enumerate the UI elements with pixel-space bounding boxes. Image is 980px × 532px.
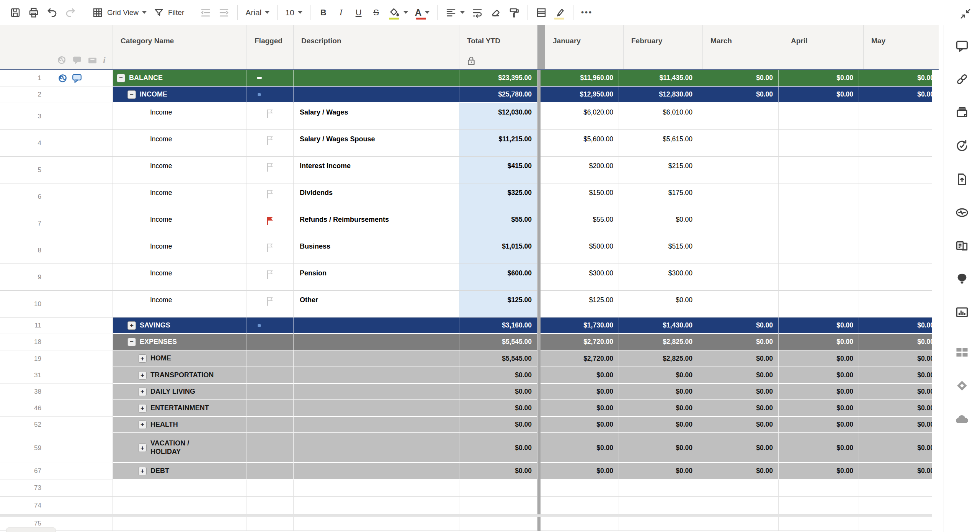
month-cell-april[interactable]: $0.00: [779, 318, 859, 334]
month-cell-april[interactable]: [779, 183, 859, 210]
month-cell-january[interactable]: [541, 480, 619, 497]
flagged-cell[interactable]: [247, 70, 294, 87]
column-header-total-ytd[interactable]: Total YTD: [459, 25, 537, 69]
month-cell-april[interactable]: [779, 517, 859, 531]
redo-button[interactable]: [61, 3, 80, 22]
month-cell-april[interactable]: [779, 210, 859, 237]
expand-toggle[interactable]: +: [138, 354, 147, 363]
month-cell-april[interactable]: [779, 237, 859, 264]
month-cell-april[interactable]: $0.00: [779, 463, 859, 480]
description-cell[interactable]: [294, 384, 459, 400]
month-cell-january[interactable]: $2,720.00: [541, 334, 619, 350]
underline-button[interactable]: U: [350, 3, 368, 22]
row-number-cell[interactable]: 2: [0, 87, 113, 103]
description-cell[interactable]: [294, 87, 459, 103]
flagged-cell[interactable]: [247, 384, 294, 400]
flagged-cell[interactable]: [247, 433, 294, 463]
row-number-cell[interactable]: 18: [0, 334, 113, 350]
category-cell[interactable]: [113, 497, 247, 514]
row-number-cell[interactable]: 1: [0, 70, 113, 87]
month-cell-march[interactable]: [698, 264, 779, 291]
month-cell-january[interactable]: $0.00: [541, 433, 619, 463]
flagged-cell[interactable]: [247, 334, 294, 350]
total-ytd-cell[interactable]: $600.00: [459, 264, 537, 291]
month-cell-march[interactable]: $0.00: [698, 318, 779, 334]
undo-button[interactable]: [43, 3, 61, 22]
flagged-cell[interactable]: [247, 417, 294, 433]
row-number-cell[interactable]: 8: [0, 237, 113, 264]
description-cell[interactable]: [294, 350, 459, 367]
category-cell[interactable]: +DAILY LIVING: [113, 384, 247, 400]
month-cell-april[interactable]: $0.00: [779, 87, 859, 103]
month-cell-march[interactable]: $0.00: [698, 384, 779, 400]
month-cell-january[interactable]: $5,600.00: [541, 130, 619, 157]
total-ytd-cell[interactable]: $325.00: [459, 183, 537, 210]
connections-button[interactable]: [954, 272, 970, 287]
category-cell[interactable]: Income: [113, 237, 247, 264]
month-cell-february[interactable]: $515.00: [619, 237, 698, 264]
row-number-cell[interactable]: 38: [0, 384, 113, 400]
expand-toggle[interactable]: +: [138, 388, 147, 396]
category-cell[interactable]: +HEALTH: [113, 417, 247, 433]
total-ytd-cell[interactable]: $0.00: [459, 384, 537, 400]
format-painter-button[interactable]: [505, 3, 523, 22]
flagged-cell[interactable]: [247, 480, 294, 497]
month-cell-february[interactable]: $6,010.00: [619, 103, 698, 130]
flagged-cell[interactable]: [247, 291, 294, 318]
total-ytd-cell[interactable]: $23,395.00: [459, 70, 537, 87]
flagged-cell[interactable]: [247, 237, 294, 264]
cell-format-button[interactable]: [532, 3, 550, 22]
month-cell-march[interactable]: [698, 291, 779, 318]
total-ytd-cell[interactable]: $0.00: [459, 417, 537, 433]
row-number-cell[interactable]: 19: [0, 350, 113, 367]
row-number-cell[interactable]: 46: [0, 400, 113, 417]
month-cell-february[interactable]: $300.00: [619, 264, 698, 291]
flagged-cell[interactable]: [247, 264, 294, 291]
month-cell-january[interactable]: [541, 517, 619, 531]
row-number-cell[interactable]: 5: [0, 157, 113, 183]
collapse-toolbar-button[interactable]: [956, 5, 975, 23]
month-cell-february[interactable]: $1,430.00: [619, 318, 698, 334]
flagged-cell[interactable]: [247, 103, 294, 130]
total-ytd-cell[interactable]: $0.00: [459, 400, 537, 417]
month-cell-march[interactable]: $0.00: [698, 367, 779, 384]
category-cell[interactable]: +VACATION / HOLIDAY: [113, 433, 247, 463]
row-number-cell[interactable]: 4: [0, 130, 113, 157]
description-cell[interactable]: [294, 367, 459, 384]
total-ytd-cell[interactable]: $1,015.00: [459, 237, 537, 264]
month-cell-may[interactable]: [859, 497, 932, 514]
collapse-toggle[interactable]: −: [127, 90, 136, 99]
month-cell-march[interactable]: [698, 130, 779, 157]
description-cell[interactable]: [294, 400, 459, 417]
comment-icon[interactable]: [72, 74, 82, 83]
category-cell[interactable]: +SAVINGS: [113, 318, 247, 334]
expand-toggle[interactable]: +: [138, 404, 147, 413]
description-cell[interactable]: [294, 480, 459, 497]
month-cell-february[interactable]: $5,615.00: [619, 130, 698, 157]
flag-icon[interactable]: [265, 296, 274, 307]
month-cell-may[interactable]: [859, 130, 932, 157]
total-ytd-cell[interactable]: $25,780.00: [459, 87, 537, 103]
total-ytd-cell[interactable]: $5,545.00: [459, 334, 537, 350]
row-number-cell[interactable]: 11: [0, 318, 113, 334]
cloud-services-button[interactable]: [954, 411, 970, 427]
month-cell-february[interactable]: $0.00: [619, 291, 698, 318]
month-cell-may[interactable]: [859, 264, 932, 291]
category-cell[interactable]: −BALANCE: [113, 70, 247, 87]
flagged-cell[interactable]: [247, 350, 294, 367]
total-ytd-cell[interactable]: [459, 480, 537, 497]
month-cell-may[interactable]: $0.00: [859, 318, 932, 334]
row-number-cell[interactable]: 67: [0, 463, 113, 480]
description-cell[interactable]: Salary / Wages: [294, 103, 459, 130]
column-header-description[interactable]: Description: [294, 25, 459, 69]
integrations-button[interactable]: [954, 378, 970, 393]
flag-red-icon[interactable]: [265, 216, 274, 226]
row-number-cell[interactable]: 31: [0, 367, 113, 384]
month-cell-february[interactable]: $12,830.00: [619, 87, 698, 103]
apps-button[interactable]: [954, 345, 970, 360]
month-cell-may[interactable]: $0.00: [859, 87, 932, 103]
month-cell-january[interactable]: $150.00: [541, 183, 619, 210]
month-cell-april[interactable]: [779, 157, 859, 183]
row-number-cell[interactable]: 59: [0, 433, 113, 463]
flag-icon[interactable]: [265, 269, 274, 280]
